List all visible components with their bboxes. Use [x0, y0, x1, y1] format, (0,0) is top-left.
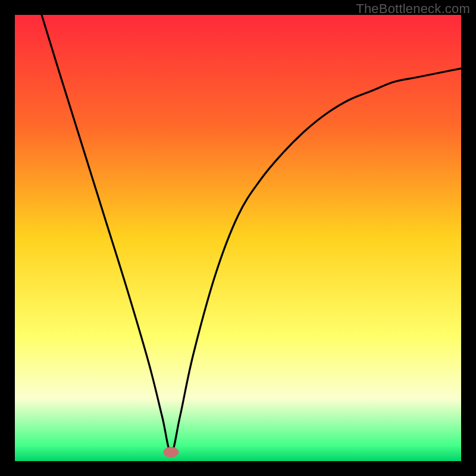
- optimum-marker: [164, 447, 179, 458]
- watermark-text: TheBottleneck.com: [356, 1, 470, 17]
- bottleneck-chart: [15, 15, 461, 461]
- chart-area: [15, 15, 461, 461]
